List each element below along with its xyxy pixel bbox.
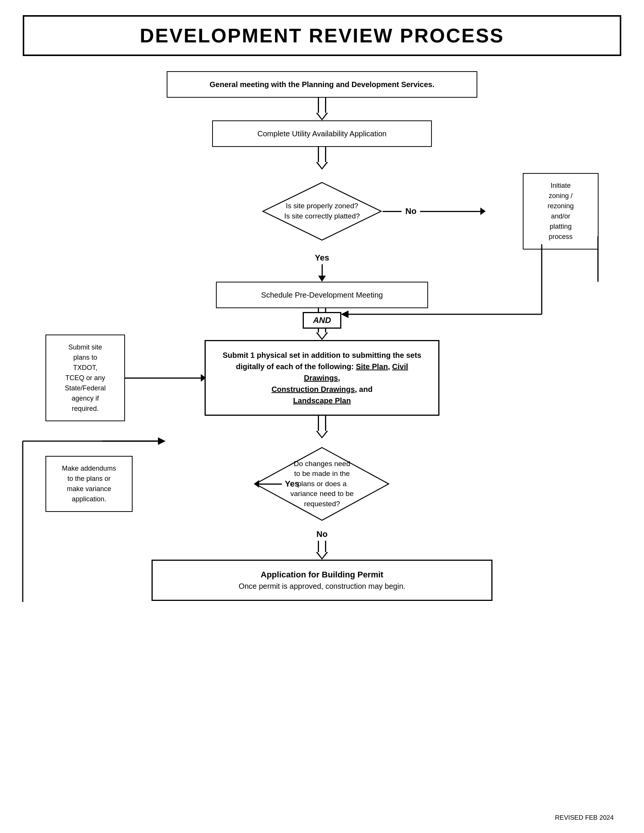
connector-line (325, 329, 326, 333)
page-title: DEVELOPMENT REVIEW PROCESS (23, 15, 621, 56)
initiate-zoning-box: Initiate zoning / rezoning and/or platti… (523, 173, 599, 249)
no-label: No (405, 206, 416, 216)
connector-line (325, 98, 326, 113)
decision1-section: Is site properly zoned? Is site correctl… (23, 170, 621, 253)
connector-line (318, 416, 319, 431)
step4-section: Submit site plans to TXDOT, TCEQ or any … (23, 340, 621, 416)
connector-line (325, 308, 326, 312)
no2-section: No (316, 529, 328, 560)
connector-line (325, 541, 326, 552)
left-arrow-connector (125, 374, 206, 382)
arrow2 (316, 147, 328, 170)
h-line (420, 211, 481, 212)
flowchart: General meeting with the Planning and De… (23, 71, 621, 601)
decision1-text: Is site properly zoned? Is site correctl… (269, 197, 375, 225)
arrow-head (318, 276, 326, 282)
arrow1 (316, 98, 328, 121)
addendums-box: Make addendums to the plans or make vari… (45, 456, 133, 512)
submit-site-plans-box: Submit site plans to TXDOT, TCEQ or any … (45, 335, 125, 421)
connector-line (325, 416, 326, 431)
addendums-section: Make addendums to the plans or make vari… (45, 456, 133, 512)
connector-line (322, 264, 323, 276)
yes1-label: Yes (315, 253, 329, 263)
step3-box: Schedule Pre-Development Meeting (216, 282, 428, 308)
and-section: AND (303, 308, 341, 340)
double-arrow-head (316, 333, 328, 340)
connector-line (318, 308, 319, 312)
connector-line (325, 147, 326, 162)
and-box: AND (303, 312, 341, 329)
no2-label: No (316, 529, 327, 539)
page: DEVELOPMENT REVIEW PROCESS General meeti… (0, 0, 644, 833)
building-permit-subtitle: Once permit is approved, construction ma… (164, 582, 480, 591)
arrow3 (316, 416, 328, 439)
connector-v (597, 236, 599, 282)
submit-box: Submit 1 physical set in addition to sub… (204, 340, 440, 416)
submit-site-plans-text: Submit site plans to TXDOT, TCEQ or any … (58, 342, 113, 414)
svg-marker-5 (318, 276, 326, 282)
arrow-left-head (254, 480, 259, 488)
zoning-connector (597, 236, 599, 282)
h-line (383, 211, 402, 212)
decision2-section: Do changes need to be made in the plans … (23, 439, 621, 529)
arrow-right-head (201, 374, 206, 382)
step1-box: General meeting with the Planning and De… (167, 71, 477, 98)
step3-label: Schedule Pre-Development Meeting (261, 291, 383, 299)
step2-label: Complete Utility Availability Applicatio… (258, 130, 387, 138)
connector-line (318, 329, 319, 333)
connector-line (318, 541, 319, 552)
step3-section: Schedule Pre-Development Meeting (23, 282, 621, 308)
arrow-head (316, 431, 328, 439)
building-permit-box: Application for Building Permit Once per… (151, 560, 493, 601)
submit-text: Submit 1 physical set in addition to sub… (217, 349, 427, 406)
step1-label: General meeting with the Planning and De… (209, 80, 435, 88)
decision2-text: Do changes need to be made in the plans … (275, 455, 369, 513)
connector-line (318, 147, 319, 162)
no-connector: No (383, 206, 486, 216)
decision1-diamond: Is site properly zoned? Is site correctl… (261, 181, 383, 241)
arrow-head (316, 162, 328, 170)
h-line (125, 378, 201, 379)
addendums-text: Make addendums to the plans or make vari… (58, 463, 121, 504)
arrow-head (316, 552, 328, 560)
building-permit-title: Application for Building Permit (164, 570, 480, 580)
arrow-head (316, 113, 328, 121)
connector-line (318, 98, 319, 113)
yes1-section: Yes (315, 253, 329, 282)
initiate-zoning-text: Initiate zoning / rezoning and/or platti… (535, 181, 586, 242)
step2-box: Complete Utility Availability Applicatio… (212, 121, 432, 147)
revised-label: REVISED FEB 2024 (555, 814, 614, 822)
arrow-right-head (480, 207, 486, 215)
